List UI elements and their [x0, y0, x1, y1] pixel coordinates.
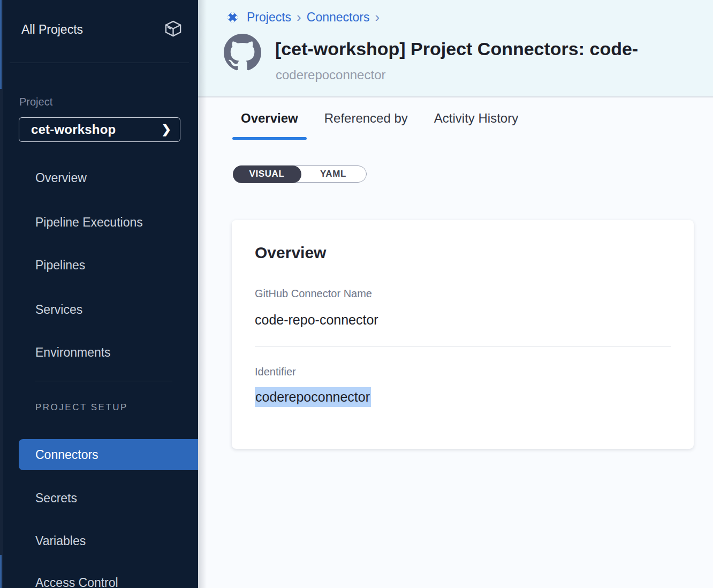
- breadcrumb-link-connectors[interactable]: Connectors: [307, 10, 370, 25]
- tab-activity-history[interactable]: Activity History: [434, 109, 518, 140]
- project-setup-heading: PROJECT SETUP: [35, 402, 128, 413]
- field-value-identifier: coderepoconnector: [255, 389, 371, 405]
- selected-identifier-text: coderepoconnector: [255, 387, 371, 407]
- sidebar-item-services[interactable]: Services: [35, 300, 193, 319]
- page-title: [cet-workshop] Project Connectors: code-: [275, 39, 713, 59]
- tab-referenced-by[interactable]: Referenced by: [324, 109, 408, 140]
- toggle-yaml-button[interactable]: YAML: [300, 166, 366, 182]
- project-cube-icon[interactable]: [163, 19, 183, 41]
- page-header: Projects › Connectors › [cet-workshop] P…: [198, 0, 713, 97]
- all-projects-row[interactable]: All Projects: [21, 18, 183, 41]
- sidebar-item-access-control[interactable]: Access Control: [35, 574, 193, 588]
- page-identifier: coderepoconnector: [276, 67, 385, 82]
- breadcrumb-separator-icon: ›: [375, 11, 380, 24]
- harness-breadcrumb-icon: [224, 9, 241, 26]
- card-title: Overview: [255, 244, 326, 262]
- github-connector-icon: [224, 34, 261, 71]
- chevron-right-icon: ❯: [162, 123, 171, 137]
- sidebar-item-secrets[interactable]: Secrets: [35, 489, 193, 507]
- project-selector[interactable]: cet-workshop ❯: [19, 117, 180, 142]
- main-content: Overview Referenced by Activity History …: [198, 99, 713, 588]
- sidebar: All Projects Project cet-workshop ❯ Over…: [0, 0, 198, 588]
- tab-bar: Overview Referenced by Activity History: [241, 109, 518, 140]
- field-label-connector-name: GitHub Connector Name: [255, 288, 372, 300]
- field-value-connector-name: code-repo-connector: [255, 312, 378, 328]
- toggle-visual-button[interactable]: VISUAL: [233, 165, 301, 183]
- project-section-label: Project: [19, 96, 52, 108]
- breadcrumb: Projects › Connectors ›: [224, 9, 380, 26]
- project-selector-value: cet-workshop: [31, 122, 116, 137]
- card-divider: [255, 346, 671, 347]
- tab-overview[interactable]: Overview: [241, 109, 298, 140]
- sidebar-item-overview[interactable]: Overview: [35, 169, 193, 187]
- breadcrumb-separator-icon: ›: [297, 11, 301, 24]
- sidebar-item-connectors[interactable]: Connectors: [19, 439, 198, 470]
- sidebar-edge-accent-top: [0, 0, 2, 89]
- visual-yaml-toggle: VISUAL YAML: [233, 165, 367, 183]
- sidebar-item-pipeline-executions[interactable]: Pipeline Executions: [35, 213, 193, 231]
- sidebar-item-pipelines[interactable]: Pipelines: [35, 256, 193, 274]
- sidebar-divider: [10, 63, 189, 63]
- breadcrumb-link-projects[interactable]: Projects: [247, 10, 291, 25]
- sidebar-section-divider: [35, 381, 172, 381]
- overview-card: Overview GitHub Connector Name code-repo…: [232, 220, 694, 449]
- sidebar-item-variables[interactable]: Variables: [35, 532, 193, 550]
- all-projects-label: All Projects: [21, 22, 83, 37]
- field-label-identifier: Identifier: [255, 366, 296, 378]
- sidebar-item-connectors-label: Connectors: [35, 439, 98, 470]
- sidebar-edge-accent-bottom: [0, 555, 2, 588]
- sidebar-item-environments[interactable]: Environments: [35, 343, 193, 361]
